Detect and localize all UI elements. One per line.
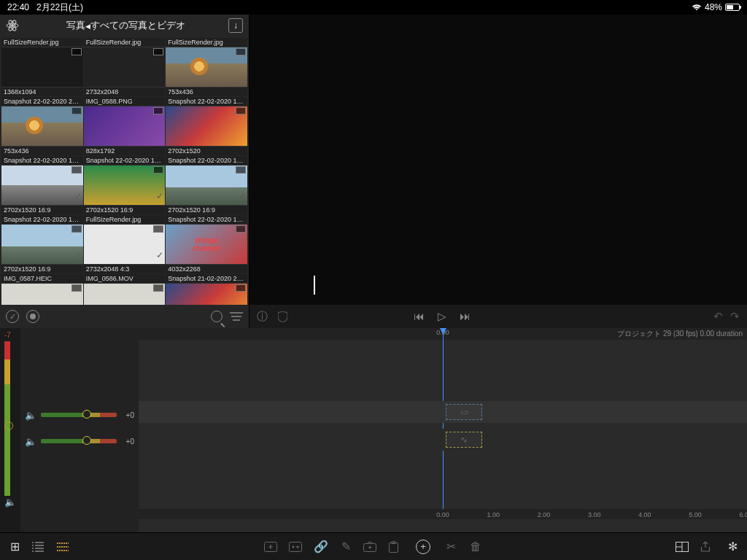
meter-peak: -7 <box>4 331 11 339</box>
image-badge-icon <box>71 166 82 174</box>
library-item[interactable]: Snapshot 22-02-2020 20:…753x436 <box>1 97 83 155</box>
status-time: 22:40 <box>7 2 29 12</box>
share-icon[interactable] <box>700 541 715 553</box>
library-title[interactable]: 写真◀すべての写真とビデオ <box>23 19 228 32</box>
image-badge-icon <box>153 166 163 174</box>
status-date: 2月22日(土) <box>36 2 83 12</box>
prev-icon[interactable]: ⏮ <box>414 310 425 323</box>
next-icon[interactable]: ⏭ <box>460 310 471 323</box>
ruler-bottom[interactable]: 0.001.002.003.004.005.006.00 <box>139 509 747 519</box>
triangle-left-icon: ◀ <box>85 23 90 30</box>
atom-icon[interactable] <box>6 19 19 32</box>
insert-icon[interactable] <box>289 542 303 552</box>
tile-dimensions: 2702x1520 <box>166 147 247 155</box>
track-head-2[interactable]: 🔈 +0 <box>20 430 139 452</box>
waveform-icon: ∿ <box>460 435 468 445</box>
svg-point-0 <box>11 24 14 27</box>
add-clip-icon[interactable] <box>264 542 279 552</box>
speaker-icon[interactable]: 🔈 <box>25 436 36 447</box>
library-item[interactable]: Snapshot 21-02-2020 20:… <box>166 274 247 305</box>
library-item[interactable]: Snapshot 22-02-2020 17:…✓2702x1520 16:9 <box>166 156 247 214</box>
svg-rect-10 <box>390 542 398 552</box>
tile-dimensions: 753x436 <box>166 88 247 96</box>
tile-filename: Snapshot 22-02-2020 15:… <box>166 215 247 224</box>
library-item[interactable]: IMG_0587.HEIC <box>1 274 83 305</box>
tile-filename: Snapshot 22-02-2020 17:… <box>1 215 83 224</box>
list-icon[interactable] <box>32 542 47 552</box>
svg-rect-5 <box>290 542 302 551</box>
tile-dimensions: 2702x1520 16:9 <box>166 206 247 214</box>
select-all-icon[interactable] <box>6 310 19 323</box>
shield-icon[interactable] <box>278 311 287 322</box>
clipboard-icon[interactable] <box>388 541 403 553</box>
library-panel: 写真◀すべての写真とビデオ ↓ FullSizeRender.jpg1368x1… <box>0 15 249 328</box>
ruler-tick: 3.00 <box>588 511 601 518</box>
track-head-1[interactable]: 🔈 +0 <box>20 404 139 426</box>
image-badge-icon <box>71 225 82 233</box>
ruler-tick: 4.00 <box>638 511 651 518</box>
download-icon[interactable]: ↓ <box>228 18 243 33</box>
library-item[interactable]: Snapshot 22-02-2020 15:…shingochannel403… <box>166 215 247 273</box>
add-icon[interactable]: + <box>416 540 430 554</box>
tile-dimensions: 828x1792 <box>84 147 166 155</box>
svg-text:★: ★ <box>368 545 372 550</box>
trash-icon[interactable]: 🗑 <box>468 540 483 553</box>
library-item[interactable]: FullSizeRender.jpg753x436 <box>166 38 247 96</box>
tile-filename: FullSizeRender.jpg <box>84 38 166 47</box>
search-icon[interactable] <box>211 311 222 322</box>
video-clip-placeholder[interactable]: ▭ <box>446 404 482 420</box>
speaker-icon[interactable]: 🔈 <box>25 410 36 421</box>
info-icon[interactable]: ⓘ <box>257 310 268 324</box>
audio-clip-placeholder[interactable]: ∿ <box>446 432 482 448</box>
check-icon: ✓ <box>74 191 82 201</box>
link-icon[interactable]: 🔗 <box>314 540 328 553</box>
tile-filename: Snapshot 22-02-2020 18:… <box>84 156 166 165</box>
tile-filename: FullSizeRender.jpg <box>166 38 247 47</box>
redo-icon[interactable]: ↷ <box>730 310 740 323</box>
timeline[interactable]: 0.00 プロジェクト 29 (30 fps) 0.00 duration ▭ … <box>139 328 747 532</box>
edit-icon[interactable]: ✎ <box>338 540 353 553</box>
check-icon: ✓ <box>156 191 163 201</box>
project-info: プロジェクト 29 (30 fps) 0.00 duration <box>617 329 743 339</box>
meter-bar <box>4 341 10 496</box>
speaker-icon[interactable]: 🔈 <box>4 497 16 508</box>
tile-dimensions: 4032x2268 <box>166 265 247 273</box>
library-item[interactable]: Snapshot 22-02-2020 18:…✓2702x1520 16:9 <box>1 156 83 214</box>
tile-filename: Snapshot 21-02-2020 20:… <box>166 274 247 283</box>
tile-filename: Snapshot 22-02-2020 18:… <box>1 156 83 165</box>
layout-icon[interactable] <box>676 542 690 552</box>
snapshot-icon[interactable]: ★ <box>363 542 378 552</box>
library-item[interactable]: IMG_0588.PNG828x1792 <box>84 97 166 155</box>
library-item[interactable]: Snapshot 22-02-2020 19:…2702x1520 <box>166 97 247 155</box>
filter-icon[interactable] <box>230 311 243 322</box>
wifi-icon <box>692 4 702 11</box>
image-badge-icon <box>236 225 246 233</box>
tile-filename: FullSizeRender.jpg <box>1 38 83 47</box>
library-item[interactable]: Snapshot 22-02-2020 17:…✓2702x1520 16:9 <box>1 215 83 273</box>
record-icon[interactable] <box>26 310 39 323</box>
play-icon[interactable]: ▷ <box>438 310 446 323</box>
library-item[interactable]: FullSizeRender.jpg✓2732x2048 4:3 <box>84 215 166 273</box>
undo-icon[interactable]: ↶ <box>713 310 723 323</box>
tile-filename: Snapshot 22-02-2020 20:… <box>1 97 83 106</box>
gear-icon[interactable]: ✻ <box>725 540 740 553</box>
image-badge-icon <box>153 284 163 292</box>
battery-pct: 48% <box>705 2 722 12</box>
tile-filename: IMG_0588.PNG <box>84 97 166 106</box>
image-badge-icon <box>236 48 246 55</box>
preview-viewport[interactable] <box>249 15 747 305</box>
library-item[interactable]: FullSizeRender.jpg2732x2048 <box>84 38 166 96</box>
library-item[interactable]: IMG_0586.MOV <box>84 274 166 305</box>
tile-filename: Snapshot 22-02-2020 19:… <box>166 97 247 106</box>
audio-track[interactable]: ∿ <box>139 429 747 451</box>
track-view-icon[interactable] <box>57 542 71 552</box>
add-media-icon[interactable]: ⊞ <box>7 540 22 553</box>
gain-value-2: +0 <box>121 438 134 446</box>
volume-slider-2[interactable] <box>41 439 117 443</box>
video-track[interactable]: ▭ <box>139 401 747 423</box>
library-footer <box>0 305 249 328</box>
library-item[interactable]: Snapshot 22-02-2020 18:…✓2702x1520 16:9 <box>84 156 166 214</box>
library-item[interactable]: FullSizeRender.jpg1368x1094 <box>1 38 83 96</box>
cut-icon[interactable]: ✂ <box>444 540 458 553</box>
volume-slider-1[interactable] <box>41 413 117 417</box>
